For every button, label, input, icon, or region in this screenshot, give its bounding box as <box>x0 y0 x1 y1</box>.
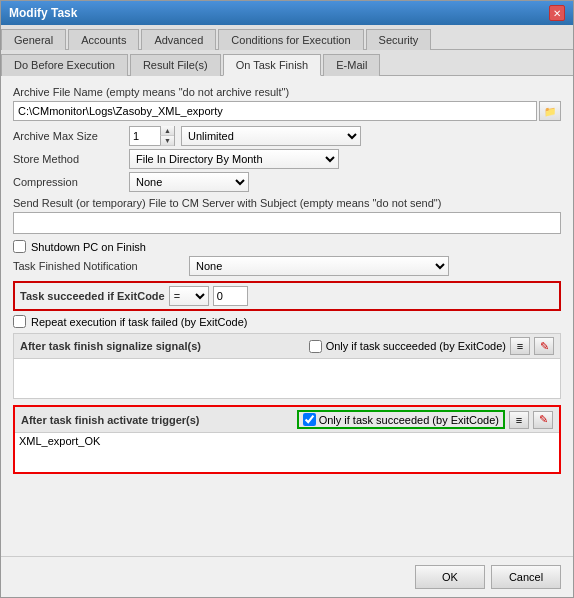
task-notification-select[interactable]: None <box>189 256 449 276</box>
trigger-section-label: After task finish activate trigger(s) <box>21 414 200 426</box>
close-button[interactable]: ✕ <box>549 5 565 21</box>
archive-max-size-label: Archive Max Size <box>13 130 123 142</box>
browse-icon: 📁 <box>544 106 556 117</box>
main-content: Archive File Name (empty means "do not a… <box>1 76 573 556</box>
trigger-only-if-checkbox[interactable] <box>303 413 316 426</box>
exit-code-label: Task succeeded if ExitCode <box>20 290 165 302</box>
tab-result-files[interactable]: Result File(s) <box>130 54 221 76</box>
signal-section-label: After task finish signalize signal(s) <box>20 340 201 352</box>
footer: OK Cancel <box>1 556 573 597</box>
signal-section: After task finish signalize signal(s) On… <box>13 333 561 399</box>
title-bar: Modify Task ✕ <box>1 1 573 25</box>
signal-header-controls: Only if task succeeded (by ExitCode) ≡ ✎ <box>309 337 554 355</box>
browse-button[interactable]: 📁 <box>539 101 561 121</box>
tab-general[interactable]: General <box>1 29 66 50</box>
store-method-select[interactable]: File In Directory By Month <box>129 149 339 169</box>
tab-email[interactable]: E-Mail <box>323 54 380 76</box>
store-method-label: Store Method <box>13 153 123 165</box>
modify-task-window: Modify Task ✕ General Accounts Advanced … <box>0 0 574 598</box>
trigger-value: XML_export_OK <box>19 435 100 447</box>
signal-edit-button[interactable]: ✎ <box>534 337 554 355</box>
trigger-header: After task finish activate trigger(s) On… <box>15 407 559 432</box>
archive-max-size-spinner[interactable]: ▲ ▼ <box>129 126 175 146</box>
cancel-button[interactable]: Cancel <box>491 565 561 589</box>
tab-accounts[interactable]: Accounts <box>68 29 139 50</box>
exit-code-operator-select[interactable]: = <box>169 286 209 306</box>
exit-code-row: Task succeeded if ExitCode = <box>20 286 554 306</box>
archive-max-size-row: Archive Max Size ▲ ▼ Unlimited <box>13 126 561 146</box>
repeat-execution-checkbox[interactable] <box>13 315 26 328</box>
trigger-body: XML_export_OK <box>15 432 559 472</box>
shutdown-label: Shutdown PC on Finish <box>31 241 146 253</box>
signal-only-if-row: Only if task succeeded (by ExitCode) <box>309 340 506 353</box>
spinner-arrows: ▲ ▼ <box>160 126 174 146</box>
archive-label: Archive File Name (empty means "do not a… <box>13 86 561 98</box>
spinner-up[interactable]: ▲ <box>160 126 174 136</box>
repeat-execution-row: Repeat execution if task failed (by Exit… <box>13 315 561 328</box>
trigger-header-controls: Only if task succeeded (by ExitCode) ≡ ✎ <box>297 410 553 429</box>
spinner-down[interactable]: ▼ <box>160 136 174 146</box>
signal-header: After task finish signalize signal(s) On… <box>14 334 560 358</box>
signal-body <box>14 358 560 398</box>
trigger-only-if-box: Only if task succeeded (by ExitCode) <box>297 410 505 429</box>
trigger-list-button[interactable]: ≡ <box>509 411 529 429</box>
exit-code-section: Task succeeded if ExitCode = <box>13 281 561 311</box>
tab-security[interactable]: Security <box>366 29 432 50</box>
archive-max-size-input[interactable] <box>130 127 160 145</box>
trigger-section: After task finish activate trigger(s) On… <box>13 405 561 474</box>
tab-row-1: General Accounts Advanced Conditions for… <box>1 25 573 50</box>
compression-select[interactable]: None <box>129 172 249 192</box>
repeat-execution-label: Repeat execution if task failed (by Exit… <box>31 316 247 328</box>
send-result-label: Send Result (or temporary) File to CM Se… <box>13 197 561 209</box>
tab-advanced[interactable]: Advanced <box>141 29 216 50</box>
trigger-edit-button[interactable]: ✎ <box>533 411 553 429</box>
archive-file-row: 📁 <box>13 101 561 121</box>
trigger-only-if-label: Only if task succeeded (by ExitCode) <box>319 414 499 426</box>
archive-file-input[interactable] <box>13 101 537 121</box>
shutdown-row: Shutdown PC on Finish <box>13 240 561 253</box>
compression-row: Compression None <box>13 172 561 192</box>
exit-code-input[interactable] <box>213 286 248 306</box>
close-icon: ✕ <box>553 8 561 19</box>
tab-on-task-finish[interactable]: On Task Finish <box>223 54 322 76</box>
signal-list-button[interactable]: ≡ <box>510 337 530 355</box>
task-notification-label: Task Finished Notification <box>13 260 183 272</box>
send-result-input[interactable] <box>13 212 561 234</box>
signal-only-if-label: Only if task succeeded (by ExitCode) <box>326 340 506 352</box>
task-notification-row: Task Finished Notification None <box>13 256 561 276</box>
shutdown-checkbox[interactable] <box>13 240 26 253</box>
compression-label: Compression <box>13 176 123 188</box>
tab-conditions[interactable]: Conditions for Execution <box>218 29 363 50</box>
tab-do-before[interactable]: Do Before Execution <box>1 54 128 76</box>
tab-row-2: Do Before Execution Result File(s) On Ta… <box>1 50 573 76</box>
archive-max-size-unit-select[interactable]: Unlimited <box>181 126 361 146</box>
store-method-row: Store Method File In Directory By Month <box>13 149 561 169</box>
signal-only-if-checkbox[interactable] <box>309 340 322 353</box>
ok-button[interactable]: OK <box>415 565 485 589</box>
window-title: Modify Task <box>9 6 77 20</box>
